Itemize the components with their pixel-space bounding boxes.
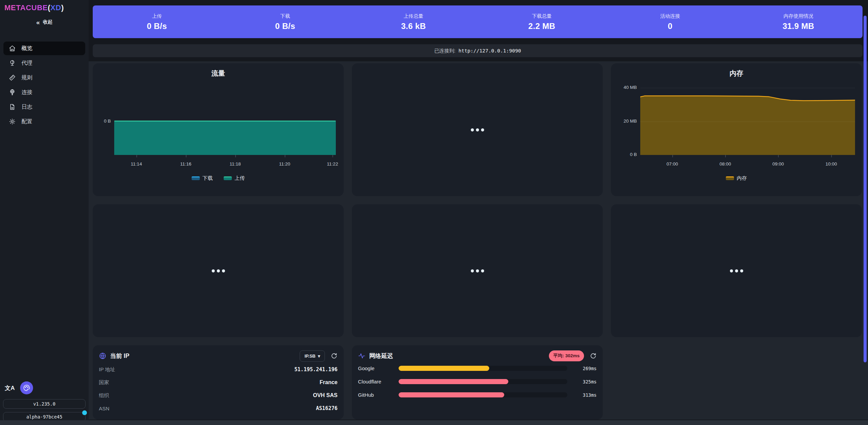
ip-refresh-button[interactable] — [331, 352, 338, 359]
stat-memory-usage: 内存使用情况 31.9 MB — [734, 13, 863, 31]
sidebar-item-config[interactable]: 配置 — [3, 115, 85, 128]
stat-download-total: 下载总量 2.2 MB — [478, 13, 606, 31]
horizontal-scrollbar-track[interactable] — [0, 420, 868, 425]
x-tick-label: 11:20 — [279, 161, 290, 167]
ip-provider-dropdown[interactable]: IP.SB ▾ — [300, 350, 325, 362]
latency-average-badge: 平均: 302ms — [549, 350, 584, 361]
memory-area-fill — [640, 96, 855, 155]
latency-bar-fill — [399, 366, 489, 371]
traffic-y-axis-label: 0 B — [94, 119, 111, 124]
theme-button[interactable] — [20, 381, 33, 394]
sidebar-item-label: 代理 — [21, 60, 32, 67]
x-tick-mark — [136, 155, 137, 157]
connections-globe-icon — [9, 89, 16, 96]
sidebar-item-rules[interactable]: 规则 — [3, 71, 85, 84]
logs-file-icon — [9, 104, 16, 110]
activity-pulse-icon — [358, 352, 365, 360]
update-available-dot — [82, 410, 87, 415]
x-tick-mark — [831, 155, 832, 157]
collapse-label: 收起 — [43, 19, 53, 25]
ip-row-organization: 组织 OVH SAS — [99, 389, 338, 402]
x-tick-mark — [672, 155, 673, 157]
x-tick-label: 09:00 — [773, 161, 784, 167]
vertical-scrollbar-thumb[interactable] — [864, 16, 867, 362]
core-version-button[interactable]: v1.235.0 — [3, 399, 86, 409]
x-tick-label: 11:16 — [180, 161, 192, 167]
connection-status-url: http://127.0.0.1:9090 — [459, 48, 521, 53]
x-tick-label: 10:00 — [825, 161, 837, 167]
latency-bar-track — [399, 366, 567, 371]
chevrons-left-icon: « — [36, 19, 40, 26]
legend-swatch — [224, 176, 232, 180]
traffic-area-fill — [114, 122, 336, 155]
sidebar-item-logs[interactable]: 日志 — [3, 100, 85, 114]
x-tick-mark — [285, 155, 285, 157]
refresh-icon — [590, 352, 597, 359]
chevron-down-icon: ▾ — [318, 353, 320, 359]
x-tick-mark — [778, 155, 779, 157]
x-tick-label: 11:14 — [131, 161, 142, 167]
legend-label: 内存 — [737, 175, 747, 182]
main-header: 上传 0 B/s 下载 0 B/s 上传总量 3.6 kB 下载总量 2.2 M… — [89, 0, 868, 61]
y-tick-label: 0 B — [630, 152, 637, 157]
traffic-chart-card: 流量 0 B 11:1411:1611:1811:2011:22 下载上传 — [93, 63, 344, 196]
sidebar-item-overview[interactable]: 概览 — [3, 42, 85, 55]
loading-card — [352, 204, 603, 337]
connection-status: 已连接到: http://127.0.0.1:9090 — [93, 44, 863, 57]
gridline — [640, 88, 855, 88]
dashboard-grid: 流量 0 B 11:1411:1611:1811:2011:22 下载上传 内存… — [89, 61, 868, 420]
ip-card-title: 当前 IP — [110, 352, 129, 360]
stat-upload-total: 上传总量 3.6 kB — [349, 13, 478, 31]
sidebar-item-label: 配置 — [21, 118, 32, 125]
stat-download-speed: 下载 0 B/s — [221, 13, 349, 31]
traffic-plot-area — [114, 84, 336, 155]
latency-row-cloudflare: Cloudflare 325ms — [358, 375, 597, 388]
legend-item[interactable]: 内存 — [726, 175, 747, 182]
traffic-axis-tickmarks — [114, 155, 336, 158]
sidebar-collapse-button[interactable]: « 收起 — [24, 17, 65, 27]
sidebar-item-proxies[interactable]: 代理 — [3, 56, 85, 70]
memory-y-axis-labels: 40 MB20 MB0 B — [613, 63, 637, 166]
stat-upload-speed: 上传 0 B/s — [93, 13, 221, 31]
sidebar-item-label: 连接 — [21, 89, 32, 96]
translate-icon[interactable]: 文A — [5, 384, 15, 392]
sidebar-nav: 概览 代理 规则 连接 日志 配置 — [0, 42, 89, 128]
traffic-axis-ticklabels: 11:1411:1611:1811:2011:22 — [114, 161, 336, 168]
sidebar-item-connections[interactable]: 连接 — [3, 85, 85, 99]
latency-refresh-button[interactable] — [590, 352, 597, 359]
sidebar-item-label: 概览 — [21, 45, 32, 52]
ip-row-address: IP 地址 51.195.241.196 — [99, 363, 338, 376]
y-tick-label: 20 MB — [624, 119, 637, 124]
settings-gear-icon — [9, 118, 16, 125]
x-tick-mark — [332, 155, 333, 157]
latency-bar-fill — [399, 379, 508, 384]
refresh-icon — [331, 352, 338, 359]
legend-label: 下载 — [203, 175, 213, 182]
logo-xd: XD — [50, 3, 61, 12]
memory-legend: 内存 — [611, 175, 862, 182]
y-tick-label: 40 MB — [624, 85, 637, 90]
latency-rows: Google 269ms Cloudflare 325ms GitHub 313… — [358, 362, 597, 402]
sidebar-footer: 文A v1.235.0 alpha-97bce45 — [0, 381, 89, 425]
loading-dots — [352, 63, 603, 196]
memory-axis-ticklabels: 07:0008:0009:0010:00 — [640, 161, 855, 168]
memory-chart-card: 内存 40 MB20 MB0 B 07:0008:0009:0010:00 内存 — [611, 63, 862, 196]
legend-item[interactable]: 下载 — [192, 175, 213, 182]
network-latency-card: 网络延迟 平均: 302ms Google 269ms Cloudflare 3… — [352, 345, 603, 420]
latency-bar-track — [399, 392, 567, 397]
latency-bar-fill — [399, 392, 504, 397]
legend-item[interactable]: 上传 — [224, 175, 245, 182]
legend-label: 上传 — [235, 175, 245, 182]
palette-icon — [23, 384, 30, 392]
globe-icon — [99, 352, 106, 360]
loading-dots — [352, 204, 603, 337]
memory-chart-title: 内存 — [611, 69, 862, 78]
memory-plot-area — [640, 85, 855, 155]
latency-card-title: 网络延迟 — [369, 352, 393, 360]
x-tick-label: 11:22 — [327, 161, 338, 167]
sidebar-item-label: 规则 — [21, 74, 32, 81]
traffic-legend: 下载上传 — [93, 175, 344, 182]
x-tick-label: 11:18 — [230, 161, 241, 167]
proxies-globe-icon — [9, 60, 16, 66]
loading-dots — [611, 204, 862, 337]
